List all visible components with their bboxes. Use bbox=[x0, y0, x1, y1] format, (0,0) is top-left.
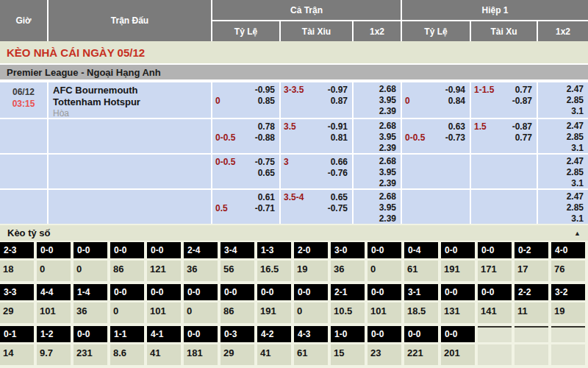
odds-value[interactable]: -0.71 bbox=[255, 203, 275, 214]
score-odds-value[interactable] bbox=[478, 344, 512, 365]
score-cell[interactable]: 0-0 bbox=[147, 242, 181, 258]
score-cell[interactable]: 0-0 bbox=[37, 242, 71, 258]
odds-value[interactable]: 2.39 bbox=[379, 178, 396, 188]
odds-value[interactable]: 2.47 bbox=[567, 84, 584, 95]
ft-handicap-cell[interactable]: 0-0.5-0.75 0.65 bbox=[212, 155, 279, 188]
score-cell[interactable]: 0-0 bbox=[184, 284, 218, 300]
score-cell[interactable]: 0-0 bbox=[184, 326, 218, 342]
score-odds-value[interactable]: 131 bbox=[441, 302, 475, 323]
score-cell[interactable]: 1-3 bbox=[257, 242, 291, 258]
score-cell[interactable]: 2-1 bbox=[331, 284, 365, 300]
odds-value[interactable]: 2.68 bbox=[379, 191, 396, 202]
odds-value[interactable]: 2.47 bbox=[567, 121, 584, 132]
score-cell[interactable]: 0-0 bbox=[441, 284, 475, 300]
score-cell[interactable]: 0-0 bbox=[110, 284, 144, 300]
score-cell[interactable] bbox=[478, 326, 512, 342]
odds-value[interactable]: 0.87 bbox=[331, 96, 348, 107]
score-cell[interactable]: 2-0 bbox=[294, 242, 328, 258]
score-cell[interactable]: 0-0 bbox=[368, 242, 401, 258]
odds-value[interactable]: 0.77 bbox=[515, 132, 532, 144]
score-odds-value[interactable]: 8.6 bbox=[110, 344, 144, 365]
score-cell[interactable]: 4-2 bbox=[257, 326, 291, 342]
score-cell[interactable]: 0-0 bbox=[441, 242, 475, 258]
h1-overunder-cell[interactable]: 1-1.50.77 -0.87 bbox=[471, 82, 537, 118]
h1-1x2-cell[interactable]: 2.47 2.85 3.1 bbox=[538, 190, 588, 224]
score-odds-value[interactable]: 23 bbox=[368, 344, 401, 365]
score-cell[interactable]: 3-0 bbox=[331, 242, 365, 258]
score-odds-value[interactable]: 171 bbox=[478, 261, 512, 281]
score-odds-value[interactable]: 41 bbox=[257, 344, 291, 365]
odds-value[interactable]: 0.63 bbox=[448, 121, 465, 132]
score-cell[interactable]: 0-0 bbox=[74, 326, 107, 342]
odds-value[interactable]: 2.85 bbox=[567, 167, 584, 178]
ft-overunder-cell[interactable]: 3.5-0.91 0.81 bbox=[281, 119, 352, 153]
score-odds-value[interactable]: 121 bbox=[147, 261, 181, 281]
odds-value[interactable]: -0.91 bbox=[328, 121, 348, 132]
odds-value[interactable]: -0.88 bbox=[255, 132, 275, 144]
score-odds-value[interactable]: 18 bbox=[0, 261, 34, 281]
score-cell[interactable]: 4-3 bbox=[294, 326, 328, 342]
odds-value[interactable]: 3.95 bbox=[379, 167, 396, 178]
match-teams-cell[interactable]: AFC Bournemouth Tottenham Hotspur Hòa bbox=[49, 82, 211, 118]
score-odds-value[interactable]: 36 bbox=[74, 302, 107, 323]
score-cell[interactable]: 4-0 bbox=[551, 242, 585, 258]
score-odds-value[interactable]: 15 bbox=[331, 344, 365, 365]
odds-value[interactable]: 3.95 bbox=[379, 202, 396, 213]
score-cell[interactable]: 0-3 bbox=[220, 326, 254, 342]
odds-value[interactable]: 0.61 bbox=[258, 192, 275, 203]
ft-handicap-cell[interactable]: -0.95 00.85 bbox=[212, 82, 279, 118]
score-odds-value[interactable]: 0 bbox=[294, 302, 328, 323]
odds-value[interactable]: 0.78 bbox=[258, 121, 275, 132]
odds-value[interactable]: 3.1 bbox=[571, 178, 584, 188]
h1-handicap-cell[interactable]: 0.63 0-0.5-0.73 bbox=[402, 119, 470, 153]
score-odds-value[interactable]: 11 bbox=[514, 302, 548, 323]
score-cell[interactable]: 3-2 bbox=[551, 284, 585, 300]
score-section-header[interactable]: Kèo tỷ số ▲ bbox=[0, 225, 588, 241]
score-cell[interactable]: 1-0 bbox=[331, 326, 365, 342]
odds-value[interactable]: 2.85 bbox=[567, 132, 584, 143]
odds-value[interactable]: 2.68 bbox=[379, 84, 396, 95]
score-odds-value[interactable]: 101 bbox=[37, 302, 71, 323]
score-cell[interactable]: 0-1 bbox=[0, 326, 34, 342]
score-cell[interactable]: 3-1 bbox=[404, 284, 438, 300]
odds-value[interactable]: 0.65 bbox=[331, 192, 348, 203]
score-cell[interactable]: 1-2 bbox=[37, 326, 71, 342]
score-cell[interactable]: 0-0 bbox=[147, 284, 181, 300]
score-cell[interactable]: 0-0 bbox=[74, 242, 107, 258]
score-cell[interactable]: 0-0 bbox=[441, 326, 475, 342]
score-odds-value[interactable]: 201 bbox=[441, 344, 475, 365]
odds-value[interactable]: 2.39 bbox=[379, 143, 396, 153]
score-odds-value[interactable]: 76 bbox=[551, 261, 585, 281]
score-odds-value[interactable]: 0 bbox=[74, 261, 107, 281]
ft-handicap-cell[interactable]: 0.61 0.5-0.71 bbox=[212, 190, 279, 224]
odds-value[interactable]: -0.75 bbox=[328, 203, 348, 214]
ft-overunder-cell[interactable]: 3-3.5-0.97 0.87 bbox=[281, 82, 352, 118]
league-header[interactable]: Premier League - Ngoại Hạng Anh bbox=[0, 63, 588, 81]
odds-value[interactable]: -0.95 bbox=[255, 85, 275, 96]
score-odds-value[interactable]: 0 bbox=[110, 302, 144, 323]
odds-value[interactable]: 0.81 bbox=[331, 132, 348, 144]
score-cell[interactable]: 2-3 bbox=[0, 242, 34, 258]
odds-value[interactable]: -0.75 bbox=[255, 157, 275, 168]
score-odds-value[interactable]: 9.7 bbox=[37, 344, 71, 365]
score-cell[interactable]: 2-2 bbox=[514, 284, 548, 300]
score-odds-value[interactable]: 29 bbox=[220, 344, 254, 365]
score-cell[interactable]: 0-0 bbox=[368, 284, 401, 300]
odds-value[interactable]: 2.47 bbox=[567, 191, 584, 202]
odds-value[interactable]: 2.85 bbox=[567, 202, 584, 213]
score-cell[interactable]: 0-0 bbox=[404, 326, 438, 342]
odds-value[interactable]: -0.87 bbox=[512, 121, 532, 132]
odds-value[interactable]: 3.1 bbox=[571, 106, 584, 117]
score-odds-value[interactable] bbox=[551, 344, 585, 365]
score-odds-value[interactable]: 14 bbox=[0, 344, 34, 365]
score-odds-value[interactable]: 191 bbox=[441, 261, 475, 281]
score-cell[interactable]: 1-4 bbox=[74, 284, 107, 300]
score-cell[interactable]: 0-0 bbox=[220, 284, 254, 300]
score-odds-value[interactable]: 61 bbox=[404, 261, 438, 281]
odds-value[interactable]: -0.73 bbox=[445, 132, 465, 144]
score-odds-value[interactable]: 0 bbox=[37, 261, 71, 281]
odds-value[interactable]: 0.84 bbox=[448, 96, 465, 107]
score-odds-value[interactable]: 141 bbox=[478, 302, 512, 323]
odds-value[interactable]: 2.39 bbox=[379, 213, 396, 224]
score-odds-value[interactable]: 19 bbox=[294, 261, 328, 281]
